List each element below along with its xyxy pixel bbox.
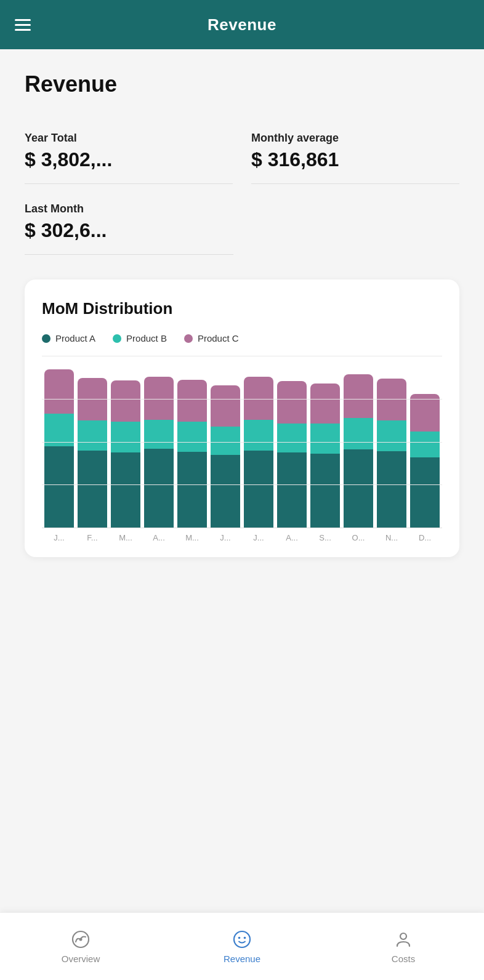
bar-segment-product-b <box>44 414 74 446</box>
bar-segment-product-c <box>277 381 307 424</box>
svg-point-3 <box>238 937 241 939</box>
bar-month-label: J... <box>44 533 74 542</box>
bar-labels-row: J...F...M...A...M...J...J...A...S...O...… <box>42 528 442 542</box>
bar-segment-product-b <box>144 420 174 449</box>
legend-dot-product-b <box>113 334 121 343</box>
bar-stack <box>144 377 174 528</box>
bar-segment-product-a <box>177 452 207 528</box>
bar-month-label: S... <box>310 533 340 542</box>
bar-month-label: M... <box>111 533 140 542</box>
bar-chart <box>42 356 442 528</box>
chart-title: MoM Distribution <box>42 299 442 318</box>
bar-segment-product-b <box>78 420 107 451</box>
person-icon <box>393 929 414 950</box>
bar-group <box>377 356 406 528</box>
bar-segment-product-a <box>310 454 340 528</box>
legend-label-product-a: Product A <box>55 333 95 343</box>
bottom-nav: Overview Revenue Costs <box>0 912 484 980</box>
legend-label-product-c: Product C <box>198 333 239 343</box>
gauge-icon <box>70 929 91 950</box>
bar-month-label: A... <box>144 533 174 542</box>
legend-item-product-c: Product C <box>184 333 239 343</box>
bar-segment-product-a <box>78 451 107 528</box>
menu-button[interactable] <box>15 19 31 31</box>
mom-distribution-card: MoM Distribution Product A Product B Pro… <box>25 279 459 557</box>
bar-stack <box>344 374 373 528</box>
legend-item-product-b: Product B <box>113 333 167 343</box>
app-header: Revenue <box>0 0 484 49</box>
stat-year-total: Year Total $ 3,802,... <box>25 119 233 184</box>
bar-group <box>410 356 440 528</box>
bar-group <box>144 356 174 528</box>
bar-stack <box>111 380 140 528</box>
bar-month-label: J... <box>211 533 240 542</box>
svg-point-2 <box>234 931 250 947</box>
bar-segment-product-b <box>277 424 307 452</box>
bar-stack <box>211 385 240 528</box>
bar-segment-product-c <box>310 384 340 424</box>
bar-stack <box>377 379 406 528</box>
legend-item-product-a: Product A <box>42 333 95 343</box>
bar-stack <box>310 384 340 528</box>
bar-group <box>111 356 140 528</box>
bar-month-label: F... <box>78 533 107 542</box>
bar-segment-product-a <box>410 457 440 528</box>
bar-segment-product-b <box>377 420 406 451</box>
smiley-icon <box>232 929 252 950</box>
nav-item-revenue[interactable]: Revenue <box>161 913 323 980</box>
bar-segment-product-c <box>177 380 207 422</box>
bar-month-label: N... <box>377 533 406 542</box>
bar-segment-product-c <box>144 377 174 420</box>
last-month-value: $ 302,6... <box>25 219 233 242</box>
bar-chart-container: J...F...M...A...M...J...J...A...S...O...… <box>42 356 442 542</box>
nav-label-costs: Costs <box>392 954 415 964</box>
bar-stack <box>44 369 74 528</box>
bar-group <box>310 356 340 528</box>
bar-segment-product-a <box>244 451 273 528</box>
chart-legend: Product A Product B Product C <box>42 333 442 343</box>
nav-label-overview: Overview <box>62 954 100 964</box>
bar-month-label: D... <box>410 533 440 542</box>
bar-segment-product-c <box>44 369 74 414</box>
nav-item-overview[interactable]: Overview <box>0 913 161 980</box>
bar-stack <box>277 381 307 528</box>
svg-point-4 <box>244 937 246 939</box>
main-content: Revenue Year Total $ 3,802,... Monthly a… <box>0 49 484 980</box>
bar-group <box>211 356 240 528</box>
bar-segment-product-c <box>244 377 273 420</box>
bar-segment-product-b <box>410 432 440 457</box>
bar-group <box>177 356 207 528</box>
bar-segment-product-c <box>377 379 406 420</box>
bar-segment-product-c <box>344 374 373 418</box>
bar-stack <box>78 378 107 528</box>
bar-group <box>78 356 107 528</box>
bar-segment-product-a <box>211 455 240 528</box>
bar-segment-product-b <box>344 418 373 449</box>
legend-dot-product-a <box>42 334 50 343</box>
stat-monthly-average: Monthly average $ 316,861 <box>251 119 459 184</box>
bar-stack <box>244 377 273 528</box>
bar-segment-product-a <box>344 449 373 528</box>
bar-group <box>344 356 373 528</box>
bar-segment-product-c <box>410 394 440 432</box>
year-total-value: $ 3,802,... <box>25 148 233 171</box>
legend-label-product-b: Product B <box>126 333 167 343</box>
bar-month-label: A... <box>277 533 307 542</box>
nav-item-costs[interactable]: Costs <box>323 913 484 980</box>
svg-point-5 <box>400 933 406 939</box>
bar-segment-product-b <box>111 422 140 452</box>
bar-segment-product-c <box>78 378 107 420</box>
bar-month-label: J... <box>244 533 273 542</box>
bar-group <box>244 356 273 528</box>
legend-dot-product-c <box>184 334 193 343</box>
bar-month-label: M... <box>177 533 207 542</box>
bar-segment-product-a <box>44 446 74 528</box>
bar-month-label: O... <box>344 533 373 542</box>
bar-segment-product-a <box>277 452 307 528</box>
bar-segment-product-b <box>244 420 273 451</box>
bar-segment-product-a <box>144 449 174 528</box>
bar-group <box>277 356 307 528</box>
header-title: Revenue <box>208 15 276 34</box>
stat-last-month: Last Month $ 302,6... <box>25 190 233 255</box>
bar-segment-product-b <box>211 427 240 455</box>
